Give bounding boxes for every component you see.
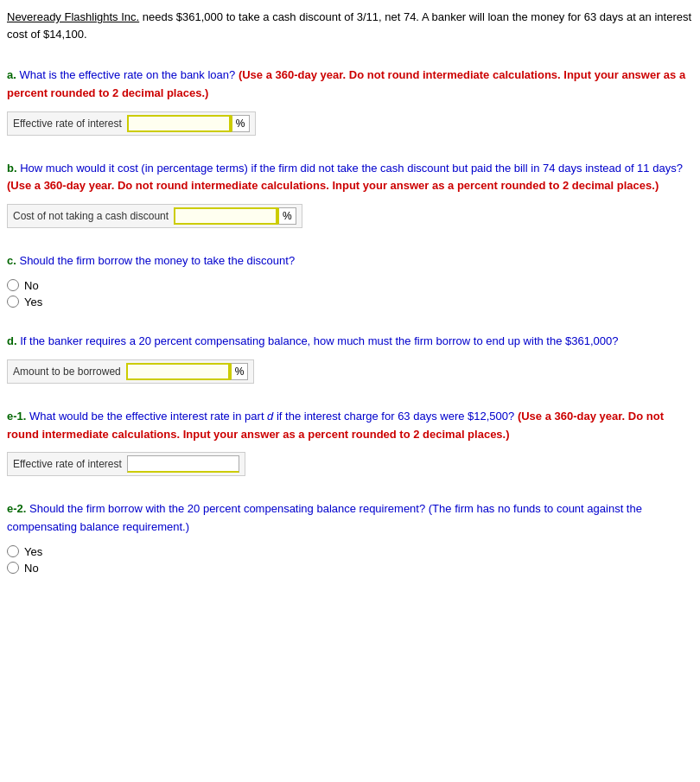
- intro-paragraph: Neveready Flashlights Inc. needs $361,00…: [7, 9, 693, 42]
- question-e1-normal2: if the interest charge for 63 days were …: [273, 410, 518, 423]
- question-e2-normal: Should the firm borrow with the 20 perce…: [7, 502, 642, 533]
- radio-no-label-e2: No: [24, 562, 39, 575]
- effective-rate-label-e1: Effective rate of interest: [13, 458, 122, 470]
- effective-rate-input-row-a: Effective rate of interest %: [7, 111, 256, 136]
- percent-sign-b: %: [277, 207, 296, 225]
- amount-borrowed-input[interactable]: [126, 363, 230, 380]
- question-e1-text: e-1. What would be the effective interes…: [7, 408, 693, 444]
- effective-rate-input-a[interactable]: [127, 115, 231, 132]
- radio-group-c: No Yes: [7, 279, 693, 308]
- radio-yes-label-c: Yes: [24, 296, 42, 308]
- question-c-text: c. Should the firm borrow the money to t…: [7, 252, 693, 270]
- question-e1-normal: What would be the effective interest rat…: [29, 410, 267, 423]
- section-b: b. How much would it cost (in percentage…: [7, 160, 693, 229]
- question-a-text: a. What is the effective rate on the ban…: [7, 67, 693, 103]
- radio-yes-c[interactable]: Yes: [7, 296, 693, 308]
- cost-discount-label: Cost of not taking a cash discount: [13, 210, 169, 222]
- question-e2-letter: e-2.: [7, 502, 26, 515]
- percent-sign-d: %: [230, 363, 249, 380]
- question-b-normal: How much would it cost (in percentage te…: [20, 162, 683, 175]
- section-a: a. What is the effective rate on the ban…: [7, 67, 693, 136]
- question-d-text: d. If the banker requires a 20 percent c…: [7, 333, 693, 351]
- radio-yes-e2[interactable]: Yes: [7, 545, 693, 558]
- radio-group-e2: Yes No: [7, 545, 693, 575]
- radio-no-input-c[interactable]: [7, 279, 19, 291]
- question-c-normal: Should the firm borrow the money to take…: [19, 254, 295, 267]
- question-c-letter: c.: [7, 254, 16, 267]
- effective-rate-label-a: Effective rate of interest: [13, 118, 122, 130]
- question-d-normal: If the banker requires a 20 percent comp…: [20, 334, 618, 347]
- cost-discount-input[interactable]: [174, 207, 277, 225]
- question-b-bold: (Use a 360-day year. Do not round interm…: [7, 179, 659, 192]
- radio-no-e2[interactable]: No: [7, 562, 693, 575]
- section-e2: e-2. Should the firm borrow with the 20 …: [7, 500, 693, 575]
- section-d: d. If the banker requires a 20 percent c…: [7, 333, 693, 384]
- radio-no-c[interactable]: No: [7, 279, 693, 292]
- effective-rate-input-e1[interactable]: [127, 455, 239, 473]
- question-b-text: b. How much would it cost (in percentage…: [7, 160, 693, 196]
- radio-yes-input-c[interactable]: [7, 296, 19, 308]
- radio-no-label-c: No: [24, 279, 39, 292]
- cost-discount-input-row: Cost of not taking a cash discount %: [7, 204, 302, 228]
- section-e1: e-1. What would be the effective interes…: [7, 408, 693, 477]
- question-a-normal: What is the effective rate on the bank l…: [19, 68, 238, 81]
- effective-rate-input-row-e1: Effective rate of interest: [7, 452, 245, 476]
- question-b-letter: b.: [7, 162, 17, 175]
- radio-no-input-e2[interactable]: [7, 562, 19, 574]
- question-e2-text: e-2. Should the firm borrow with the 20 …: [7, 500, 693, 537]
- percent-sign-a: %: [231, 115, 250, 132]
- amount-borrowed-label: Amount to be borrowed: [13, 366, 121, 378]
- amount-borrowed-input-row: Amount to be borrowed %: [7, 359, 254, 384]
- question-d-letter: d.: [7, 334, 17, 347]
- radio-yes-label-e2: Yes: [24, 545, 42, 558]
- company-name: Neveready Flashlights Inc.: [7, 10, 139, 23]
- section-c: c. Should the firm borrow the money to t…: [7, 252, 693, 308]
- question-a-letter: a.: [7, 68, 16, 81]
- question-e1-letter: e-1.: [7, 410, 26, 423]
- radio-yes-input-e2[interactable]: [7, 545, 19, 557]
